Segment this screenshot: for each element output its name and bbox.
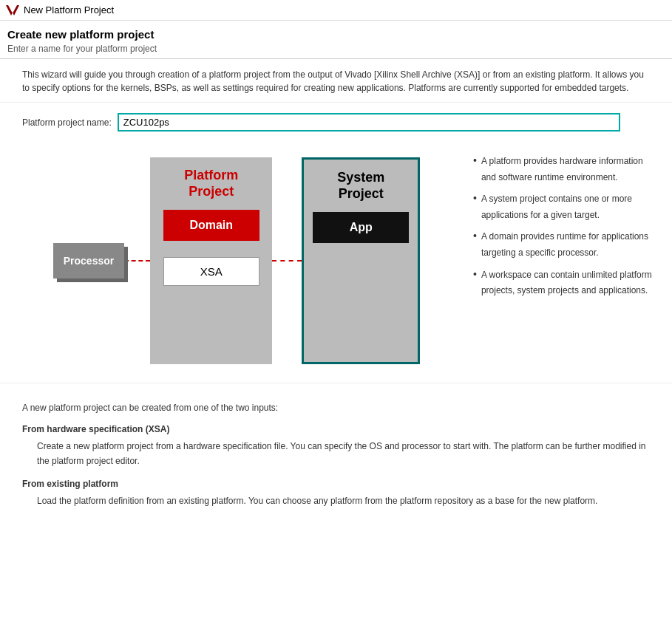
bottom-sections: From hardware specification (XSA)Create … — [22, 423, 650, 508]
bullet-item: •A domain provides runtime for applicati… — [473, 229, 657, 261]
arrow-line-1 — [124, 260, 150, 262]
diagram-container: Processor PlatformProject Domain XSA — [7, 146, 466, 375]
bullet-item: •A platform provides hardware informatio… — [473, 154, 657, 185]
platform-project-box: PlatformProject Domain XSA — [150, 157, 272, 364]
bottom-section-body: Create a new platform project from a har… — [37, 440, 650, 468]
title-bar: New Platform Project — [0, 0, 672, 21]
system-project-title: SystemProject — [337, 170, 384, 202]
bottom-section-body: Load the platform definition from an exi… — [37, 494, 650, 508]
project-name-input[interactable] — [118, 113, 620, 131]
app-logo — [6, 4, 19, 17]
title-bar-label: New Platform Project — [24, 4, 114, 16]
bottom-text-area: A new platform project can be created fr… — [0, 383, 672, 532]
bullet-dot: • — [473, 229, 477, 244]
page-title: Create new platform project — [7, 28, 665, 41]
form-area: Platform project name: — [0, 103, 672, 139]
bullet-text: A platform provides hardware information… — [481, 154, 657, 185]
bullet-text: A workspace can contain unlimited platfo… — [481, 267, 657, 299]
bullet-text: A domain provides runtime for applicatio… — [481, 229, 657, 261]
description-text: This wizard will guide you through creat… — [22, 69, 644, 93]
app-box: App — [313, 212, 409, 243]
processor-label: Processor — [64, 255, 114, 267]
bullet-dot: • — [473, 154, 477, 168]
page-subtitle: Enter a name for your platform project — [7, 44, 665, 54]
bullet-dot: • — [473, 191, 477, 206]
processor-wrap: Processor — [53, 243, 124, 279]
processor-box: Processor — [53, 243, 124, 279]
diagram-row: Processor PlatformProject Domain XSA — [53, 157, 420, 364]
xsa-label: XSA — [200, 265, 223, 278]
bottom-intro: A new platform project can be created fr… — [22, 401, 650, 415]
bullet-item: •A workspace can contain unlimited platf… — [473, 267, 657, 299]
domain-label: Domain — [189, 219, 233, 231]
system-project-box: SystemProject App — [302, 157, 420, 364]
arrow-line-2 — [272, 260, 302, 262]
bullet-dot: • — [473, 267, 477, 282]
bottom-section-title: From existing platform — [22, 477, 650, 491]
bullets-area: •A platform provides hardware informatio… — [466, 146, 665, 312]
form-label: Platform project name: — [22, 117, 112, 128]
page-header: Create new platform project Enter a name… — [0, 21, 672, 59]
svg-marker-0 — [6, 5, 19, 16]
bottom-section-title: From hardware specification (XSA) — [22, 423, 650, 437]
bullet-item: •A system project contains one or more a… — [473, 191, 657, 223]
platform-project-title: PlatformProject — [184, 168, 238, 199]
visual-area: Processor PlatformProject Domain XSA — [0, 139, 672, 383]
domain-box: Domain — [163, 210, 259, 241]
description-area: This wizard will guide you through creat… — [0, 59, 672, 103]
app-label: App — [350, 221, 373, 233]
xsa-box: XSA — [163, 257, 259, 286]
bullet-text: A system project contains one or more ap… — [481, 191, 657, 223]
